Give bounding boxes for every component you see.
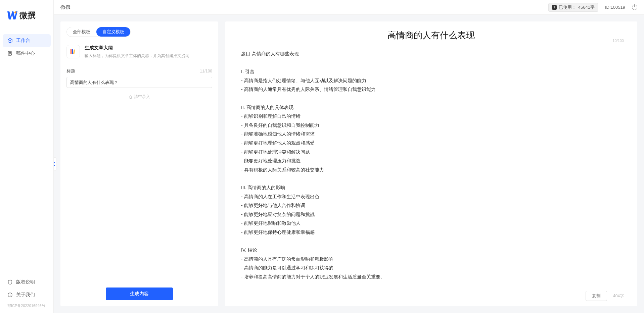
document-icon bbox=[7, 51, 13, 56]
svg-rect-7 bbox=[73, 49, 75, 54]
footer-label: 版权说明 bbox=[16, 279, 35, 285]
power-icon[interactable] bbox=[632, 5, 637, 10]
title-input[interactable] bbox=[66, 77, 212, 88]
template-card: 生成文章大纲 输入标题，为你提供文章主体的灵感，并为其创建推文提纲 bbox=[66, 45, 212, 59]
clear-label: 清空录入 bbox=[134, 94, 150, 100]
chevron-left-icon bbox=[54, 162, 55, 166]
sidebar: 微撰 工作台 稿件中心 版权说明 关于我们 鄂ICP备2022016946号 bbox=[0, 0, 54, 313]
template-desc: 输入标题，为你提供文章主体的灵感，并为其创建推文提纲 bbox=[85, 53, 189, 59]
footer-label: 关于我们 bbox=[16, 292, 35, 298]
usage-badge[interactable]: T 已使用： 45641字 bbox=[548, 3, 598, 12]
usage-value: 45641字 bbox=[578, 4, 595, 10]
sidebar-footer: 版权说明 关于我们 鄂ICP备2022016946号 bbox=[0, 276, 53, 313]
template-icon bbox=[66, 45, 80, 58]
copy-button[interactable]: 复制 bbox=[586, 291, 607, 301]
cube-icon bbox=[7, 38, 13, 43]
text-icon: T bbox=[552, 5, 557, 10]
books-icon bbox=[70, 48, 77, 55]
tab-custom-templates[interactable]: 自定义模板 bbox=[96, 27, 130, 37]
svg-rect-6 bbox=[72, 49, 73, 54]
nav-workspace[interactable]: 工作台 bbox=[3, 34, 51, 47]
result-title: 高情商的人有什么表现 bbox=[238, 30, 624, 41]
info-icon bbox=[7, 292, 13, 298]
input-panel: 全部模板 自定义模板 生成文章大纲 输入标题，为你提供文章主体的灵感，并为其创建… bbox=[60, 21, 218, 306]
collapse-handle[interactable] bbox=[54, 157, 56, 171]
result-panel: 高情商的人有什么表现 10/100 题目:高情商的人有哪些表现 I. 引言 - … bbox=[225, 21, 637, 306]
nav-drafts[interactable]: 稿件中心 bbox=[3, 47, 51, 60]
logo: 微撰 bbox=[0, 0, 53, 34]
icp-text: 鄂ICP备2022016946号 bbox=[3, 301, 51, 310]
template-title: 生成文章大纲 bbox=[85, 45, 189, 51]
tab-all-templates[interactable]: 全部模板 bbox=[67, 27, 96, 37]
title-char-count: 11/100 bbox=[200, 69, 212, 73]
word-count: 404字 bbox=[613, 293, 624, 299]
footer-about[interactable]: 关于我们 bbox=[3, 289, 51, 301]
logo-icon bbox=[7, 10, 17, 21]
clear-input-button[interactable]: 清空录入 bbox=[66, 94, 212, 100]
svg-point-0 bbox=[14, 11, 16, 13]
footer-copyright[interactable]: 版权说明 bbox=[3, 276, 51, 289]
svg-rect-5 bbox=[71, 49, 72, 54]
template-tabs: 全部模板 自定义模板 bbox=[66, 27, 131, 37]
shield-icon bbox=[7, 279, 13, 285]
nav-label: 稿件中心 bbox=[16, 50, 35, 56]
generate-button[interactable]: 生成内容 bbox=[106, 288, 173, 300]
page-title: 微撰 bbox=[60, 4, 71, 10]
usage-prefix: 已使用： bbox=[559, 4, 576, 10]
result-title-count: 10/100 bbox=[612, 39, 624, 43]
nav-label: 工作台 bbox=[16, 38, 30, 44]
title-label: 标题 bbox=[66, 68, 75, 74]
brand-name: 微撰 bbox=[19, 10, 36, 21]
result-body: 题目:高情商的人有哪些表现 I. 引言 - 高情商是指人们处理情绪、与他人互动以… bbox=[238, 49, 624, 287]
user-id: ID:100519 bbox=[605, 5, 625, 10]
main-nav: 工作台 稿件中心 bbox=[0, 34, 53, 276]
trash-icon bbox=[129, 95, 133, 99]
topbar: 微撰 T 已使用： 45641字 ID:100519 bbox=[54, 0, 644, 15]
